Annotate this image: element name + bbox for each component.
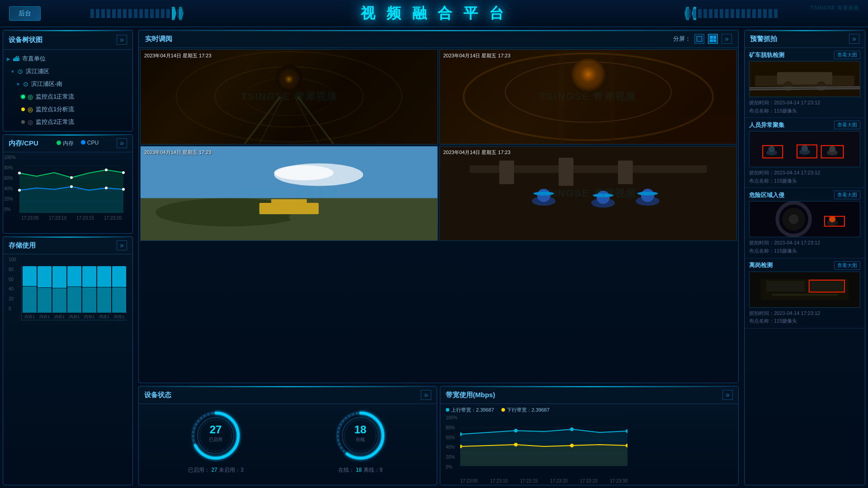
realtime-header: 实时调阅 分屏： » — [139, 30, 738, 48]
realtime-title: 实时调阅 — [145, 35, 172, 43]
svg-point-10 — [18, 189, 21, 192]
realtime-controls: 分屏： » — [673, 34, 732, 44]
svg-rect-105 — [810, 281, 843, 291]
bw-down-legend: 下行带宽：2.39687 — [501, 407, 550, 413]
cam1-status-dot — [21, 95, 25, 99]
svg-point-6 — [18, 172, 21, 174]
gauge2-sub: 在线： 18 离线：9 — [338, 466, 383, 474]
svg-rect-37 — [440, 146, 737, 241]
tree-item-cam3[interactable]: ◎ 监控点2正常流 — [3, 116, 132, 128]
alert-2-svg — [750, 131, 860, 167]
svg-text:在线: 在线 — [356, 437, 365, 442]
cam2-icon: ◎ — [28, 106, 33, 113]
alert-1-view-btn[interactable]: 查看大图 — [834, 51, 860, 59]
area-icon-1: ⊙ — [18, 68, 23, 75]
bandwidth-card: 带宽使用(Mbps) » 上行带宽：2.39687 下行带宽：2.39687 1… — [440, 386, 739, 485]
device-tree-expand[interactable]: » — [117, 35, 127, 45]
svg-point-87 — [769, 146, 775, 152]
right-panel: 预警抓拍 » 矿车脱轨检测 查看大图 — [741, 27, 868, 488]
alert-1-info: 抓拍时间：2023-04-14 17:23:12 布点名称：115摄像头 — [749, 99, 860, 115]
alert-4-svg — [750, 272, 860, 307]
page-title: 视 频 融 合 平 台 — [361, 4, 507, 23]
alert-2-title: 人员异常聚集 — [749, 121, 784, 129]
cam3-status-dot — [21, 120, 25, 124]
split-2x2-button[interactable] — [708, 34, 718, 44]
alert-2-info: 抓拍时间：2023-04-14 17:23:12 布点名称：115摄像头 — [749, 169, 860, 185]
tree-item-cam1[interactable]: ◎ 监控点1正常流 — [3, 90, 132, 103]
alert-2-image — [749, 131, 860, 167]
gauge1-svg: 27 已启用 — [189, 408, 243, 463]
video-cell-2[interactable]: TSINGSE 青犀视频 2023年04月14日 星期五 17:23 — [439, 49, 737, 145]
bandwidth-svg — [460, 415, 627, 479]
svg-point-11 — [70, 185, 73, 188]
header-decor-left — [90, 9, 181, 18]
device-status-body: 27 已启用 已启用： 27 未启用：3 — [139, 404, 437, 479]
tree-item-cam2[interactable]: ◎ 监控点1分析流 — [3, 103, 132, 116]
gauge2-svg: 18 在线 — [333, 408, 387, 463]
realtime-card: 实时调阅 分屏： » — [138, 30, 739, 383]
alert-2-view-btn[interactable]: 查看大图 — [834, 121, 860, 129]
alert-4-info: 抓拍时间：2023-04-14 17:23:12 布点名称：115摄像头 — [749, 310, 860, 325]
svg-point-100 — [829, 216, 835, 222]
mem-cpu-legend: 内存 CPU — [57, 140, 99, 147]
storage-header: 存储使用 » — [3, 237, 132, 254]
tree-item-area2[interactable]: ▼ ⊙ 滨江浦区-南 — [3, 78, 132, 90]
svg-point-98 — [789, 215, 799, 225]
alerts-header: 预警抓拍 » — [745, 30, 865, 48]
realtime-expand[interactable]: » — [722, 34, 732, 44]
alert-3-view-btn[interactable]: 查看大图 — [834, 191, 860, 199]
video-grid: TSINGSE 青犀视频 2023年04月14日 星期五 17:23 — [139, 48, 738, 242]
split-1x1-button[interactable] — [694, 34, 704, 44]
device-tree-header: 设备树状图 » — [3, 30, 132, 50]
gauge2-container: 18 在线 在线： 18 离线：9 — [333, 408, 387, 474]
svg-rect-40 — [558, 158, 573, 186]
back-button[interactable]: 后台 — [9, 6, 41, 21]
device-status-expand[interactable]: » — [421, 390, 431, 400]
mem-cpu-title: 内存/CPU — [9, 139, 38, 148]
header-decor-right — [687, 9, 778, 18]
svg-point-13 — [122, 188, 125, 191]
mem-cpu-header: 内存/CPU 内存 CPU » — [3, 135, 132, 152]
tree-item-area1[interactable]: ▼ ⊙ 滨江浦区 — [3, 65, 132, 78]
tree-item-city[interactable]: ▶ 🏙 市直单位 — [3, 52, 132, 65]
bandwidth-header: 带宽使用(Mbps) » — [440, 386, 738, 404]
video-timestamp-3: 2023年04月14日 星期五 17:23 — [144, 149, 212, 156]
bandwidth-chart-area: 100%80%60%40%20%0% — [446, 415, 733, 479]
mem-cpu-svg — [19, 154, 123, 213]
outdoor-svg — [141, 146, 438, 241]
alerts-card: 预警抓拍 » 矿车脱轨检测 查看大图 — [744, 30, 865, 485]
main-layout: 设备树状图 » ▶ 🏙 市直单位 ▼ ⊙ 滨江浦区 ▼ ⊙ 滨江浦区-南 — [0, 27, 868, 488]
alert-4-title: 离岗检测 — [749, 261, 773, 269]
alerts-expand[interactable]: » — [849, 34, 859, 44]
alerts-title: 预警抓拍 — [750, 35, 777, 43]
video-timestamp-4: 2023年04月14日 星期五 17:23 — [443, 149, 511, 156]
svg-point-89 — [802, 145, 808, 151]
svg-point-54 — [198, 418, 234, 454]
alert-1-image — [749, 61, 860, 97]
svg-point-50 — [637, 192, 658, 195]
header-arrows-left — [172, 7, 184, 20]
alert-1-header: 矿车脱轨检测 查看大图 — [749, 51, 860, 59]
alert-3-header: 危险区域入侵 查看大图 — [749, 191, 860, 199]
storage-expand[interactable]: » — [117, 240, 127, 250]
tree-arrow-area1: ▼ — [10, 69, 15, 74]
bandwidth-expand[interactable]: » — [722, 390, 733, 400]
center-panel: 实时调阅 分屏： » — [136, 27, 741, 488]
storage-title: 存储使用 — [9, 241, 36, 250]
tree-label-cam3: 监控点2正常流 — [36, 118, 74, 126]
alert-item-4: 离岗检测 查看大图 — [745, 258, 865, 328]
svg-point-71 — [514, 429, 518, 432]
split-2x2-icon — [710, 36, 716, 42]
svg-point-9 — [122, 171, 125, 174]
city-icon: 🏙 — [13, 55, 19, 62]
video-cell-1[interactable]: TSINGSE 青犀视频 2023年04月14日 星期五 17:23 — [140, 49, 438, 145]
alert-4-view-btn[interactable]: 查看大图 — [834, 261, 860, 270]
mem-cpu-expand[interactable]: » — [117, 138, 127, 148]
alert-3-title: 危险区域入侵 — [749, 191, 784, 199]
tree-label-area2: 滨江浦区-南 — [31, 80, 62, 88]
svg-point-12 — [105, 187, 108, 189]
video-cell-3[interactable]: TSINGSE 青犀视频 2023年04月14日 星期五 17:23 — [140, 146, 438, 241]
svg-point-8 — [105, 169, 108, 171]
video-cell-4[interactable]: TSINGSE 青犀视频 2023年04月14日 星期五 17:23 — [439, 146, 737, 241]
alert-item-1: 矿车脱轨检测 查看大图 — [745, 48, 865, 118]
